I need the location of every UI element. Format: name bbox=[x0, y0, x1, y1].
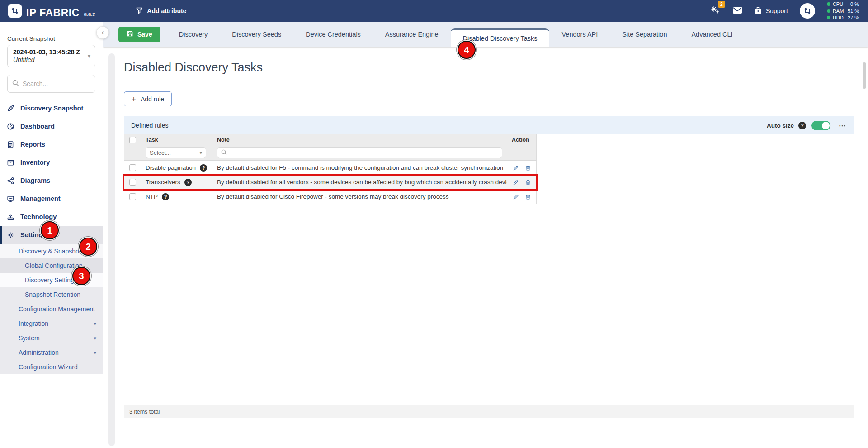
note-filter-input[interactable] bbox=[230, 149, 498, 156]
settings-submenu: Discovery & Snapshots ▴ Global Configura… bbox=[0, 244, 103, 374]
user-avatar[interactable] bbox=[800, 3, 815, 19]
ram-status-dot bbox=[827, 9, 830, 13]
rule-note: By default disabled for all vendors - so… bbox=[212, 175, 507, 190]
snapshot-date: 2024-01-03, 13:45:28 Z bbox=[13, 48, 82, 56]
main-content: Save Discovery Discovery Seeds Device Cr… bbox=[103, 22, 868, 448]
task-name: Transceivers bbox=[146, 179, 180, 186]
tab-advanced-cli[interactable]: Advanced CLI bbox=[679, 22, 745, 47]
annotation-step-4: 4 bbox=[458, 41, 476, 59]
sidebar-item-inventory[interactable]: Inventory bbox=[0, 153, 103, 172]
task-name: Disable pagination bbox=[146, 164, 196, 171]
delete-rule-button[interactable] bbox=[525, 194, 531, 200]
search-icon bbox=[12, 80, 19, 88]
cpu-status-dot bbox=[827, 2, 830, 6]
select-all-checkbox[interactable] bbox=[129, 137, 136, 143]
chevron-down-icon: ▾ bbox=[199, 150, 202, 156]
submenu-administration[interactable]: Administration ▾ bbox=[0, 345, 103, 360]
annotation-step-2: 2 bbox=[79, 238, 97, 256]
auto-size-toggle[interactable] bbox=[811, 121, 830, 130]
snapshot-dropdown[interactable]: 2024-01-03, 13:45:28 Z Untitled ▾ bbox=[7, 45, 95, 67]
task-column-header[interactable]: Task bbox=[141, 134, 212, 145]
system-stats: CPU 0 % RAM 51 % HDD 27 % bbox=[827, 1, 859, 21]
app-logo[interactable]: IP FABRIC 6.6.2 bbox=[8, 4, 95, 18]
sidebar-item-discovery-snapshot[interactable]: Discovery Snapshot bbox=[0, 99, 103, 117]
tab-device-credentials[interactable]: Device Credentials bbox=[293, 22, 373, 47]
row-checkbox[interactable] bbox=[129, 164, 136, 171]
auto-size-help-icon[interactable]: ? bbox=[798, 122, 806, 129]
edit-rule-button[interactable] bbox=[513, 165, 519, 171]
submenu-configuration-wizard[interactable]: Configuration Wizard bbox=[0, 360, 103, 374]
tab-assurance-engine[interactable]: Assurance Engine bbox=[373, 22, 451, 47]
hdd-stat: HDD 27 % bbox=[827, 14, 859, 21]
chevron-down-icon: ▾ bbox=[88, 53, 90, 59]
add-rule-button[interactable]: + Add rule bbox=[124, 91, 172, 106]
submenu-integration[interactable]: Integration ▾ bbox=[0, 316, 103, 331]
edit-rule-button[interactable] bbox=[513, 179, 519, 186]
submenu-configuration-management[interactable]: Configuration Management bbox=[0, 302, 103, 316]
table-row-ntp: NTP ? By default disabled for Cisco Fire… bbox=[124, 190, 537, 204]
logo-text: IP FABRIC bbox=[26, 8, 80, 18]
router-icon bbox=[6, 213, 14, 221]
tab-discovery[interactable]: Discovery bbox=[167, 22, 220, 47]
submenu-system[interactable]: System ▾ bbox=[0, 331, 103, 345]
task-help-icon[interactable]: ? bbox=[184, 179, 192, 186]
support-label: Support bbox=[766, 7, 788, 14]
support-button[interactable]: Support bbox=[754, 6, 788, 16]
sidebar-search[interactable] bbox=[7, 75, 95, 93]
table-header-row: Task Note Action bbox=[124, 134, 537, 145]
table-row-disable-pagination: Disable pagination ? By default disabled… bbox=[124, 161, 537, 175]
save-icon bbox=[127, 30, 133, 38]
search-input[interactable] bbox=[23, 80, 90, 87]
sidebar-item-diagrams[interactable]: Diagrams bbox=[0, 172, 103, 190]
add-attribute-label: Add attribute bbox=[147, 7, 186, 14]
panel-title: Defined rules bbox=[131, 122, 169, 129]
settings-tab-bar: Save Discovery Discovery Seeds Device Cr… bbox=[103, 22, 868, 47]
more-options-button[interactable]: ⋯ bbox=[839, 121, 846, 130]
task-help-icon[interactable]: ? bbox=[162, 193, 169, 200]
table-row-transceivers: Transceivers ? By default disabled for a… bbox=[124, 175, 537, 190]
tab-discovery-seeds[interactable]: Discovery Seeds bbox=[220, 22, 293, 47]
tab-site-separation[interactable]: Site Separation bbox=[610, 22, 679, 47]
save-button[interactable]: Save bbox=[118, 27, 160, 42]
report-icon bbox=[6, 140, 14, 148]
sidebar-item-reports[interactable]: Reports bbox=[0, 135, 103, 153]
ip-fabric-logo-icon bbox=[8, 4, 22, 18]
task-name: NTP bbox=[146, 193, 158, 200]
row-checkbox[interactable] bbox=[129, 179, 136, 186]
cpu-stat: CPU 0 % bbox=[827, 1, 859, 7]
title-divider bbox=[124, 81, 854, 81]
rule-note: By default disabled for F5 - command is … bbox=[212, 161, 507, 175]
delete-rule-button[interactable] bbox=[525, 165, 531, 171]
diagram-icon bbox=[6, 176, 14, 185]
filter-icon bbox=[136, 7, 143, 15]
content-scrollbar-track[interactable] bbox=[108, 53, 115, 446]
tab-vendors-api[interactable]: Vendors API bbox=[549, 22, 610, 47]
note-column-header[interactable]: Note bbox=[212, 134, 507, 145]
add-attribute-button[interactable]: Add attribute bbox=[136, 7, 186, 15]
chevron-down-icon: ▾ bbox=[94, 321, 96, 327]
table-footer: 3 items total bbox=[124, 405, 854, 418]
task-filter-select[interactable]: Select... ▾ bbox=[146, 147, 206, 158]
gauge-icon bbox=[6, 122, 14, 130]
messages-button[interactable] bbox=[732, 6, 742, 16]
delete-rule-button[interactable] bbox=[525, 179, 531, 186]
sidebar-item-management[interactable]: Management bbox=[0, 190, 103, 208]
note-filter-search[interactable] bbox=[217, 147, 502, 158]
ram-stat: RAM 51 % bbox=[827, 8, 859, 14]
support-case-icon bbox=[754, 6, 762, 16]
auto-size-label: Auto size bbox=[767, 122, 794, 129]
window-scrollbar-thumb[interactable] bbox=[863, 62, 866, 89]
sidebar-item-dashboard[interactable]: Dashboard bbox=[0, 117, 103, 135]
action-column-header: Action bbox=[507, 134, 537, 145]
search-icon bbox=[221, 149, 227, 157]
submenu-snapshot-retention[interactable]: Snapshot Retention bbox=[0, 287, 103, 302]
task-help-icon[interactable]: ? bbox=[200, 164, 207, 172]
row-checkbox[interactable] bbox=[129, 193, 136, 200]
inventory-icon bbox=[6, 158, 14, 167]
system-settings-button[interactable]: 2 bbox=[710, 5, 721, 17]
annotation-step-3: 3 bbox=[72, 267, 90, 285]
rocket-icon bbox=[6, 104, 14, 112]
chevron-down-icon: ▾ bbox=[94, 350, 96, 356]
sidebar-collapse-button[interactable]: ‹ bbox=[96, 26, 109, 39]
edit-rule-button[interactable] bbox=[513, 194, 519, 200]
